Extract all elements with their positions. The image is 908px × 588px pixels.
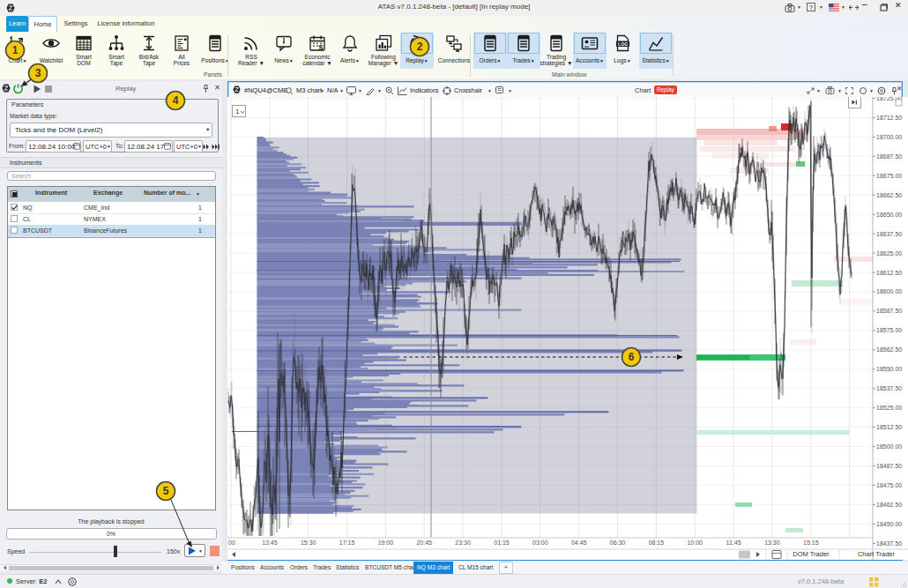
svg-text:18525.00: 18525.00 [876, 405, 902, 411]
svg-text:15:15: 15:15 [803, 540, 819, 546]
svg-text:17:15: 17:15 [339, 540, 355, 546]
svg-text:18687.50: 18687.50 [876, 153, 902, 160]
svg-text:18512.50: 18512.50 [876, 424, 902, 430]
svg-text:18475.00: 18475.00 [876, 482, 902, 488]
svg-text:DOM Trader: DOM Trader [793, 550, 830, 558]
svg-text:18662.50: 18662.50 [876, 192, 902, 198]
svg-text:$: $ [319, 43, 324, 52]
svg-text:18550.00: 18550.00 [876, 366, 902, 372]
svg-text:18587.50: 18587.50 [876, 308, 902, 314]
svg-text:18537.50: 18537.50 [876, 385, 902, 391]
svg-text:18712.50: 18712.50 [876, 115, 902, 121]
svg-text:03:00: 03:00 [532, 540, 548, 546]
svg-text:18487.50: 18487.50 [876, 463, 902, 469]
svg-text:10:00: 10:00 [687, 540, 703, 546]
svg-text:13:30: 13:30 [764, 540, 780, 546]
svg-text:Chart Trader: Chart Trader [858, 550, 896, 558]
svg-text:00: 00 [228, 540, 235, 546]
svg-text:08:15: 08:15 [649, 540, 665, 546]
svg-text:18612.50: 18612.50 [876, 270, 902, 276]
svg-text:18437.50: 18437.50 [876, 540, 902, 547]
svg-text:18650.00: 18650.00 [876, 212, 902, 218]
svg-text:18600.00: 18600.00 [876, 288, 902, 294]
svg-text:19:00: 19:00 [378, 540, 394, 546]
svg-text:18450.00: 18450.00 [876, 521, 902, 527]
svg-text:06:30: 06:30 [610, 540, 626, 546]
svg-text:04:45: 04:45 [571, 540, 587, 546]
svg-text:1: 1 [235, 108, 240, 115]
svg-text:18700.00: 18700.00 [876, 134, 902, 140]
svg-text:20:45: 20:45 [416, 540, 432, 546]
svg-text:18575.00: 18575.00 [876, 327, 902, 333]
svg-text:18500.00: 18500.00 [876, 443, 902, 450]
svg-text:01:15: 01:15 [494, 540, 510, 546]
svg-text:LOG: LOG [618, 41, 628, 47]
svg-text:18625.00: 18625.00 [876, 250, 902, 257]
svg-text:18675.00: 18675.00 [876, 173, 902, 179]
svg-text:11:45: 11:45 [726, 540, 741, 546]
svg-text:23:30: 23:30 [455, 540, 471, 546]
svg-text:18462.50: 18462.50 [876, 502, 902, 508]
svg-text:15:30: 15:30 [301, 540, 316, 546]
svg-text:18562.50: 18562.50 [876, 346, 902, 353]
svg-text:18637.50: 18637.50 [876, 231, 902, 237]
svg-text:13:45: 13:45 [262, 540, 278, 546]
